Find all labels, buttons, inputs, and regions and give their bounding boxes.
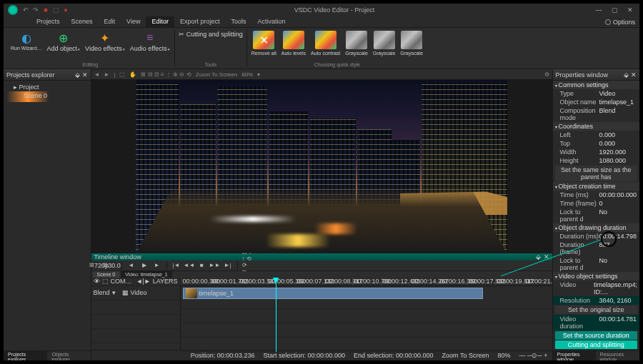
timeline-panel: Timeline window⬙✕ ⊞ 720p ⊡ 30.0 ◄ ▶ ► |◄…: [91, 253, 552, 350]
menu-projects[interactable]: Projects: [31, 16, 66, 27]
zoom-pct[interactable]: 80%: [241, 71, 253, 78]
undo-icon[interactable]: ↶: [22, 6, 29, 14]
group-editing-label: Editing: [83, 62, 98, 67]
tl-stop-icon[interactable]: ■: [197, 261, 207, 271]
style-auto-levels[interactable]: Auto levels: [279, 29, 308, 58]
tl-prev-icon[interactable]: ◄: [126, 261, 136, 271]
window-title: VSDC Video Editor - Project: [75, 6, 594, 14]
nav-left-icon[interactable]: ◄: [94, 71, 100, 78]
style-grayscale-2[interactable]: Grayscale: [371, 29, 398, 58]
tl-stepback-icon[interactable]: ◄◄: [184, 261, 194, 271]
timeline-controls: ⊞ 720p ⊡ 30.0 ◄ ▶ ► |◄ ◄◄ ■ ►► ►| ⊟ ⊞ ⊡ …: [91, 261, 552, 271]
timeline-title: Timeline window: [94, 253, 141, 261]
tl-tab-scene[interactable]: Scene 0: [93, 271, 120, 278]
preview-area[interactable]: [91, 80, 552, 252]
preview-toolbar: ◄ ► | ⬚ ✋ ⊞ ⊟ ⊡ ≡ ⋮ ⊕ ⊖ ⟲ Zoom To Screen…: [91, 69, 552, 80]
group-tools-label: Tools: [205, 62, 216, 67]
project-tree: ▸ Project Scene 0: [4, 81, 91, 350]
timeline-pin-icon[interactable]: ⬙: [536, 253, 541, 261]
props-close-icon[interactable]: ✕: [631, 71, 637, 79]
eye-icon[interactable]: 👁: [94, 278, 100, 285]
lock-icon[interactable]: ⬚: [102, 278, 109, 285]
timeline-tracks[interactable]: 00:00:00.00000:00:01.78300:00:03.56700:0…: [181, 278, 552, 352]
preview-settings-icon[interactable]: ⚙: [544, 71, 549, 78]
sec-vos[interactable]: Video object settings: [553, 272, 640, 280]
status-start: Start selection: 00:00:00.000: [263, 352, 345, 359]
tl-fps[interactable]: ⊡ 30.0: [107, 261, 117, 271]
zoom-slider[interactable]: — ─⊙─ +: [519, 352, 547, 359]
status-end: End selection: 00:00:00.000: [354, 352, 434, 359]
video-preview: [136, 80, 507, 252]
run-wizard-button[interactable]: ◐Run Wizard…: [9, 29, 44, 54]
status-zoom: Zoom To Screen: [442, 352, 489, 359]
tab-projects-explorer[interactable]: Projects explorer: [4, 351, 47, 360]
projects-explorer-title: Projects explorer: [6, 71, 55, 79]
btn-same-size[interactable]: Set the same size as the parent has: [555, 166, 638, 181]
tl-stepfwd-icon[interactable]: ►►: [210, 261, 220, 271]
save-icon[interactable]: ■: [42, 6, 49, 14]
tree-scene[interactable]: Scene 0: [6, 91, 49, 102]
sec-coords[interactable]: Coordinates: [553, 122, 640, 131]
open-icon[interactable]: ⬚: [52, 6, 59, 14]
app-logo: [8, 5, 18, 15]
tl-tab-video[interactable]: Video: timelapse_1: [121, 271, 171, 278]
sec-oddur[interactable]: Object drawing duration: [553, 223, 640, 232]
annotation-cursor: [601, 231, 617, 247]
tab-properties[interactable]: Properties window: [553, 351, 596, 360]
panel-close-icon[interactable]: ✕: [82, 71, 88, 79]
options-button[interactable]: Options: [601, 16, 639, 27]
style-auto-contrast[interactable]: Auto contrast: [309, 29, 342, 58]
btn-cutting-splitting[interactable]: Cutting and splitting: [555, 340, 638, 349]
btn-orig-size[interactable]: Set the original size: [555, 305, 638, 314]
minimize-icon[interactable]: —: [594, 6, 604, 14]
redo-icon[interactable]: ↷: [32, 6, 39, 14]
menu-scenes[interactable]: Scenes: [66, 16, 99, 27]
sec-common[interactable]: Common settings: [553, 81, 640, 89]
nav-right-icon[interactable]: ►: [104, 71, 109, 78]
scissors-icon: ✂: [179, 31, 184, 38]
ribbon: ◐Run Wizard… ⊕Add object▾ ✦Video effects…: [4, 28, 639, 69]
close-icon[interactable]: ✕: [625, 6, 635, 14]
menubar: Projects Scenes Edit View Editor Export …: [4, 16, 639, 28]
status-pct: 80%: [497, 352, 510, 359]
video-clip[interactable]: timelapse_1: [183, 288, 483, 299]
projects-explorer-panel: Projects explorer⬙✕ ▸ Project Scene 0 Pr…: [4, 69, 91, 360]
video-effects-button[interactable]: ✦Video effects▾: [83, 29, 127, 54]
timeline-ruler[interactable]: 00:00:00.00000:00:01.78300:00:03.56700:0…: [181, 278, 552, 286]
properties-panel: Properties window⬙✕ Common settings Type…: [552, 69, 640, 360]
pin-icon[interactable]: ⬙: [75, 71, 80, 79]
cutting-splitting-button[interactable]: ✂Cutting and splitting: [179, 31, 243, 38]
menu-activation[interactable]: Activation: [251, 16, 291, 27]
zoom-mode[interactable]: Zoom To Screen: [196, 71, 238, 78]
style-remove-all[interactable]: ✕Remove all: [249, 29, 279, 58]
rec-icon[interactable]: ●: [62, 6, 69, 14]
style-grayscale-1[interactable]: Grayscale: [343, 29, 370, 58]
tl-play-icon[interactable]: ▶: [139, 261, 149, 271]
tree-project[interactable]: ▸ Project: [6, 83, 88, 91]
menu-export[interactable]: Export project: [174, 16, 226, 27]
tl-end-icon[interactable]: ►|: [223, 261, 233, 271]
sec-octime[interactable]: Object creation time: [553, 182, 640, 191]
tl-next-icon[interactable]: ►: [152, 261, 162, 271]
tab-resources[interactable]: Resources window: [596, 351, 639, 360]
menu-tools[interactable]: Tools: [225, 16, 251, 27]
properties-title: Properties window: [556, 71, 609, 79]
add-object-button[interactable]: ⊕Add object▾: [45, 29, 83, 54]
tl-start-icon[interactable]: |◄: [171, 261, 181, 271]
props-pin-icon[interactable]: ⬙: [624, 71, 629, 79]
menu-editor[interactable]: Editor: [146, 16, 174, 27]
titlebar: ↶ ↷ ■ ⬚ ● VSDC Video Editor - Project — …: [4, 4, 639, 16]
style-grayscale-3[interactable]: Grayscale: [398, 29, 425, 58]
menu-view[interactable]: View: [121, 16, 146, 27]
tab-objects-explorer[interactable]: Objects explorer: [47, 351, 90, 360]
maximize-icon[interactable]: ▢: [609, 6, 619, 14]
menu-edit[interactable]: Edit: [99, 16, 121, 27]
status-position: Position: 00:00:03.236: [191, 352, 255, 359]
qat: ↶ ↷ ■ ⬚ ●: [22, 6, 69, 14]
audio-effects-button[interactable]: ≡Audio effects▾: [128, 29, 172, 54]
tool-select-icon[interactable]: ⬚: [119, 71, 125, 78]
group-styles-label: Choosing quick style: [314, 62, 360, 67]
tool-hand-icon[interactable]: ✋: [129, 71, 136, 78]
btn-set-src-dur[interactable]: Set the source duration: [555, 331, 638, 340]
playhead[interactable]: [276, 278, 276, 352]
